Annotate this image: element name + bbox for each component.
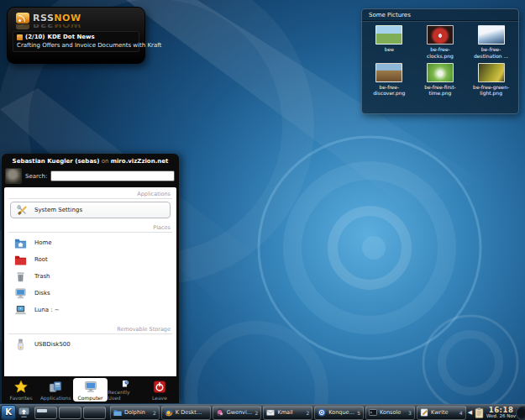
user-name: Sebastian Kuegler (sebas) xyxy=(13,158,100,165)
rss-feed-icon xyxy=(16,13,29,24)
task-desktop-number: 2 xyxy=(306,410,309,416)
task-kmail[interactable]: Kmail 2 xyxy=(263,406,312,420)
digital-clock[interactable]: 16:18 Wed. 26 Nov xyxy=(486,407,516,419)
tab-recently-used[interactable]: Recently Used xyxy=(108,378,142,402)
system-settings-icon xyxy=(16,204,29,217)
folderview-grid: bee be-free-clocks.png be-free-destinati… xyxy=(362,21,518,97)
rss-news-item[interactable]: (2/10) KDE Dot News Crafting Offers and … xyxy=(13,31,139,52)
tab-computer[interactable]: Computer xyxy=(73,378,107,402)
picture-thumbnail xyxy=(375,63,402,82)
laptop-icon xyxy=(14,304,27,317)
usb-drive-icon xyxy=(14,339,27,351)
panel-cashew[interactable] xyxy=(516,406,525,420)
rss-feed-name: KDE Dot News xyxy=(48,34,95,40)
task-k-desktop-env[interactable]: K Desktop Env... xyxy=(161,406,211,420)
task-kwrite[interactable]: Kwrite 4 xyxy=(417,406,466,420)
pager-window xyxy=(37,409,47,412)
picture-thumbnail xyxy=(427,63,454,82)
rss-headline: Crafting Offers and Invoice Documents wi… xyxy=(17,42,135,49)
konsole-icon xyxy=(369,408,377,417)
task-desktop-number: 5 xyxy=(357,410,360,416)
picture-item[interactable]: bee xyxy=(364,25,415,60)
picture-thumbnail xyxy=(478,63,505,82)
dolphin-folder-icon xyxy=(113,408,122,417)
desktop-pager[interactable] xyxy=(34,407,106,419)
picture-label: be-free-clocks.png xyxy=(418,46,462,60)
rssnow-logo: RSSNOW xyxy=(8,8,144,24)
star-icon xyxy=(13,380,29,394)
rssnow-logo-reflection: RSSNOW xyxy=(8,24,144,30)
kickoff-menu: Sebastian Kuegler (sebas) on miro.vizZzi… xyxy=(2,154,179,403)
kmail-icon xyxy=(266,408,275,417)
computer-icon xyxy=(83,380,98,394)
rss-logo-text: RSS xyxy=(33,13,54,24)
picture-label: be-free-destination ... xyxy=(470,46,513,60)
place-item-root[interactable]: Root xyxy=(8,251,172,268)
firefox-icon xyxy=(165,408,173,417)
clock-time: 16:18 xyxy=(486,407,516,414)
kickoff-body: Applications System Settings Places Home… xyxy=(4,187,176,381)
task-konqueror[interactable]: Konqueror 5 xyxy=(314,406,364,420)
clock-date: Wed. 26 Nov xyxy=(486,414,516,419)
place-item-luna[interactable]: Luna : ~ xyxy=(8,302,172,318)
task-desktop-number: 3 xyxy=(408,410,412,416)
disks-icon xyxy=(14,287,27,300)
red-folder-icon xyxy=(14,254,27,266)
gwenview-icon xyxy=(216,408,224,417)
now-logo-text: NOW xyxy=(54,13,81,24)
klipper-icon[interactable] xyxy=(475,407,484,418)
picture-label: be-free-discover.png xyxy=(367,84,411,97)
applications-icon xyxy=(48,380,63,394)
picture-item[interactable]: be-free-first-time.png xyxy=(415,63,466,97)
rss-feed-icon-reflection xyxy=(16,24,29,30)
task-desktop-number: 2 xyxy=(153,410,156,416)
tray-expander-icon[interactable]: ◀ xyxy=(468,410,472,416)
tab-favorites[interactable]: Favorites xyxy=(4,378,38,402)
task-manager: Dolphin 2 K Desktop Env... Gwenview 2 xyxy=(110,406,466,420)
search-label: Search: xyxy=(25,173,47,180)
kickoff-user-title: Sebastian Kuegler (sebas) on miro.vizZzi… xyxy=(2,154,179,165)
picture-item[interactable]: be-free-destination ... xyxy=(465,25,517,60)
section-header-applications: Applications xyxy=(8,191,172,199)
pager-desktop-2[interactable] xyxy=(59,407,81,419)
picture-thumbnail xyxy=(478,25,505,45)
picture-thumbnail xyxy=(427,25,454,45)
task-desktop-number: 2 xyxy=(255,410,259,416)
tab-applications[interactable]: Applications xyxy=(39,378,72,402)
section-header-removable-storage: Removable Storage xyxy=(8,326,172,334)
taskbar-panel: K Dolphin 2 K Desktop Env... xyxy=(0,404,525,420)
trash-icon xyxy=(14,270,27,283)
konqueror-icon xyxy=(318,408,326,417)
rssnow-widget[interactable]: RSSNOW RSSNOW (2/10) KDE Dot News Crafti… xyxy=(7,7,145,64)
section-header-places: Places xyxy=(8,224,172,233)
pager-desktop-3[interactable] xyxy=(83,407,106,419)
task-konsole[interactable]: Konsole 3 xyxy=(365,406,415,420)
picture-label: be-free-first-time.png xyxy=(418,84,462,97)
folderview-widget[interactable]: Some Pictures bee be-free-clocks.png be-… xyxy=(361,8,519,114)
pager-desktop-1[interactable] xyxy=(34,407,57,419)
picture-thumbnail xyxy=(375,25,402,45)
kmenu-button[interactable]: K xyxy=(1,405,16,420)
place-item-disks[interactable]: Disks xyxy=(8,285,172,302)
picture-label: bee xyxy=(367,46,411,53)
place-item-usbdisk500[interactable]: USBDisk500 xyxy=(8,336,172,353)
tab-leave[interactable]: Leave xyxy=(143,378,176,402)
place-item-home[interactable]: Home xyxy=(8,234,172,251)
picture-item[interactable]: be-free-discover.png xyxy=(364,63,415,97)
kickoff-tabs: Favorites Applications Computer xyxy=(2,376,179,403)
picture-label: be-free-green-light.png xyxy=(470,84,513,97)
user-avatar xyxy=(5,168,22,184)
folderview-title: Some Pictures xyxy=(362,9,518,21)
search-input[interactable] xyxy=(50,171,175,181)
system-settings-label: System Settings xyxy=(34,207,82,213)
picture-item[interactable]: be-free-clocks.png xyxy=(415,25,466,60)
task-gwenview[interactable]: Gwenview 2 xyxy=(213,406,262,420)
rss-item-counter: (2/10) xyxy=(25,34,45,40)
recent-document-icon xyxy=(118,380,133,388)
menu-item-system-settings[interactable]: System Settings xyxy=(10,202,171,218)
task-dolphin[interactable]: Dolphin 2 xyxy=(110,406,160,420)
rss-item-icon xyxy=(17,34,23,40)
picture-item[interactable]: be-free-green-light.png xyxy=(465,63,517,97)
place-item-trash[interactable]: Trash xyxy=(8,268,172,285)
device-notifier-icon[interactable] xyxy=(18,407,30,419)
